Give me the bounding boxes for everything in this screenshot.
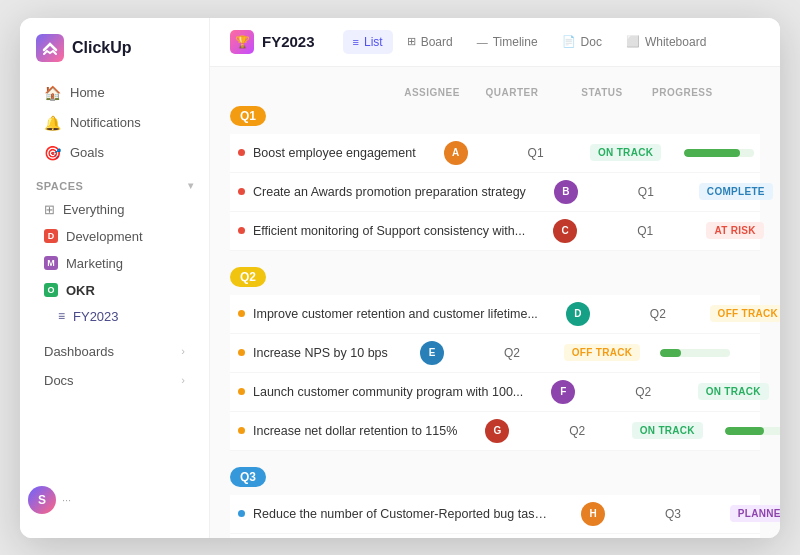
assignee-avatar: B	[554, 180, 578, 204]
task-name-text: Create an Awards promotion preparation s…	[253, 185, 526, 199]
progress-bar-fill	[725, 427, 764, 435]
logo-icon	[36, 34, 64, 62]
task-dot	[238, 427, 245, 434]
task-dot	[238, 188, 245, 195]
tab-whiteboard[interactable]: ⬜ Whiteboard	[616, 30, 716, 54]
sidebar: ClickUp 🏠 Home 🔔 Notifications 🎯 Goals S…	[20, 18, 210, 538]
task-name-text: Boost employee engagement	[253, 146, 416, 160]
tab-doc[interactable]: 📄 Doc	[552, 30, 612, 54]
development-dot: D	[44, 229, 58, 243]
home-icon: 🏠	[44, 85, 60, 101]
grid-icon: ⊞	[44, 202, 55, 217]
sidebar-item-fy2023[interactable]: ≡ FY2023	[20, 304, 209, 329]
group-header-q1[interactable]: Q1	[230, 106, 266, 126]
groups-container: Q1Boost employee engagementAQ1ON TRACKCr…	[230, 106, 760, 538]
quarter-value: Q1	[606, 185, 686, 199]
col-progress: PROGRESS	[652, 87, 752, 98]
list-tab-icon: ≡	[353, 36, 359, 48]
dashboards-chevron: ›	[181, 345, 185, 357]
group-header-q2[interactable]: Q2	[230, 267, 266, 287]
quarter-value: Q2	[603, 385, 683, 399]
quarter-value: Q2	[537, 424, 617, 438]
table-row[interactable]: Create an Awards promotion preparation s…	[230, 173, 760, 212]
task-name-text: Launch customer community program with 1…	[253, 385, 523, 399]
bell-icon: 🔔	[44, 115, 60, 131]
sidebar-item-notifications[interactable]: 🔔 Notifications	[28, 108, 201, 138]
quarter-value: Q2	[472, 346, 552, 360]
table-row[interactable]: Create manager development programsIQ3ON…	[230, 534, 760, 538]
status-badge: ON TRACK	[590, 144, 661, 161]
task-dot	[238, 388, 245, 395]
docs-chevron: ›	[181, 374, 185, 386]
task-dot	[238, 310, 245, 317]
tab-timeline[interactable]: — Timeline	[467, 30, 548, 54]
sidebar-item-development[interactable]: D Development	[28, 223, 201, 250]
project-icon: 🏆	[230, 30, 254, 54]
spaces-section-header: Spaces ▾	[20, 168, 209, 196]
sidebar-footer: S ···	[20, 478, 209, 522]
timeline-tab-icon: —	[477, 36, 488, 48]
notifications-label: Notifications	[70, 115, 141, 130]
development-label: Development	[66, 229, 143, 244]
table-row[interactable]: Increase NPS by 10 bpsEQ2OFF TRACK	[230, 334, 760, 373]
marketing-label: Marketing	[66, 256, 123, 271]
assignee-avatar: G	[485, 419, 509, 443]
group-q1: Q1Boost employee engagementAQ1ON TRACKCr…	[230, 106, 760, 251]
progress-bar-bg	[684, 149, 754, 157]
status-badge: PLANNED	[730, 505, 780, 522]
progress-bar-bg	[725, 427, 780, 435]
goals-icon: 🎯	[44, 145, 60, 161]
status-badge: ON TRACK	[698, 383, 769, 400]
sidebar-item-dashboards[interactable]: Dashboards ›	[28, 337, 201, 366]
table-row[interactable]: Efficient monitoring of Support consiste…	[230, 212, 760, 251]
table-row[interactable]: Boost employee engagementAQ1ON TRACK	[230, 134, 760, 173]
group-q2: Q2Improve customer retention and custome…	[230, 267, 760, 451]
marketing-dot: M	[44, 256, 58, 270]
assignee-avatar: H	[581, 502, 605, 526]
quarter-value: Q3	[633, 507, 713, 521]
okr-dot: O	[44, 283, 58, 297]
home-label: Home	[70, 85, 105, 100]
fy2023-label: FY2023	[73, 309, 119, 324]
everything-label: Everything	[63, 202, 124, 217]
progress-bar-fill	[684, 149, 740, 157]
list-icon: ≡	[58, 309, 65, 323]
task-dot	[238, 149, 245, 156]
col-quarter: QUARTER	[472, 87, 552, 98]
table-row[interactable]: Launch customer community program with 1…	[230, 373, 760, 412]
status-badge: ON TRACK	[632, 422, 703, 439]
task-name-text: Improve customer retention and customer …	[253, 307, 538, 321]
goals-label: Goals	[70, 145, 104, 160]
sidebar-item-everything[interactable]: ⊞ Everything	[28, 196, 201, 223]
app-window: ClickUp 🏠 Home 🔔 Notifications 🎯 Goals S…	[20, 18, 780, 538]
task-name-text: Increase NPS by 10 bps	[253, 346, 388, 360]
assignee-avatar: D	[566, 302, 590, 326]
progress-bar-bg	[660, 349, 730, 357]
spaces-chevron: ▾	[188, 180, 194, 191]
status-badge: OFF TRACK	[710, 305, 780, 322]
okr-label: OKR	[66, 283, 95, 298]
table-row[interactable]: Reduce the number of Customer-Reported b…	[230, 495, 760, 534]
col-status: STATUS	[552, 87, 652, 98]
progress-bar-fill	[660, 349, 681, 357]
project-title: 🏆 FY2023	[230, 30, 315, 54]
table-row[interactable]: Improve customer retention and customer …	[230, 295, 760, 334]
tab-list[interactable]: ≡ List	[343, 30, 393, 54]
quarter-value: Q2	[618, 307, 698, 321]
sidebar-item-home[interactable]: 🏠 Home	[28, 78, 201, 108]
dashboards-label: Dashboards	[44, 344, 114, 359]
sidebar-item-marketing[interactable]: M Marketing	[28, 250, 201, 277]
whiteboard-tab-icon: ⬜	[626, 35, 640, 48]
sidebar-item-docs[interactable]: Docs ›	[28, 366, 201, 395]
logo-text: ClickUp	[72, 39, 132, 57]
task-name-text: Reduce the number of Customer-Reported b…	[253, 507, 553, 521]
assignee-avatar: E	[420, 341, 444, 365]
user-avatar[interactable]: S	[28, 486, 56, 514]
tab-board[interactable]: ⊞ Board	[397, 30, 463, 54]
table-row[interactable]: Increase net dollar retention to 115%GQ2…	[230, 412, 760, 451]
sidebar-item-okr[interactable]: O OKR	[28, 277, 201, 304]
status-badge: COMPLETE	[699, 183, 773, 200]
user-menu-dots[interactable]: ···	[62, 494, 71, 506]
group-header-q3[interactable]: Q3	[230, 467, 266, 487]
sidebar-item-goals[interactable]: 🎯 Goals	[28, 138, 201, 168]
